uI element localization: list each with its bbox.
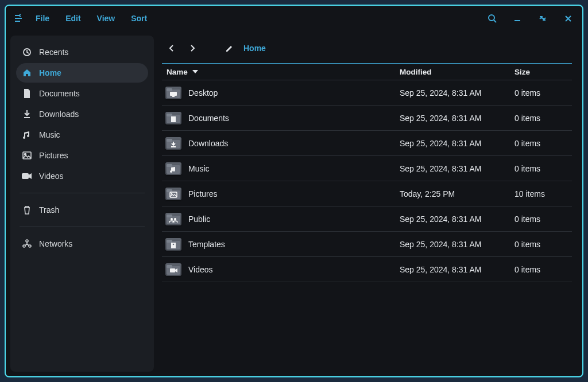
edit-path-button[interactable] [223,42,235,54]
svg-rect-32 [167,265,172,268]
sidebar-item-label: Pictures [39,151,68,160]
sidebar: Recents Home Documents Downloads [10,36,154,372]
breadcrumb-location[interactable]: Home [243,44,266,53]
svg-point-0 [489,15,494,21]
folder-documents-icon [165,112,181,124]
sidebar-item-pictures[interactable]: Pictures [16,146,148,165]
sidebar-item-downloads[interactable]: Downloads [16,104,148,124]
file-modified: Sep 25, 2024, 8:31 AM [400,164,514,173]
column-header-size[interactable]: Size [514,68,572,76]
close-icon[interactable] [560,11,575,26]
folder-downloads-icon [165,137,181,150]
sidebar-item-label: Recents [39,48,68,57]
titlebar: File Edit View Sort [6,6,582,31]
svg-point-25 [171,218,173,220]
file-name: Music [188,164,210,173]
pathbar: Home [162,38,572,59]
file-row[interactable]: MusicSep 25, 2024, 8:31 AM0 items [162,156,572,181]
sidebar-item-networks[interactable]: Networks [16,234,148,254]
svg-point-5 [26,240,28,242]
minimize-icon[interactable] [510,11,525,26]
file-name: Videos [188,265,213,274]
sidebar-item-label: Trash [39,205,59,215]
download-icon [22,109,32,119]
sidebar-item-home[interactable]: Home [16,63,148,83]
maximize-icon[interactable] [535,11,550,26]
file-row[interactable]: DownloadsSep 25, 2024, 8:31 AM0 items [162,131,572,156]
column-label: Name [167,68,188,76]
folder-templates-icon [165,238,181,251]
file-modified: Sep 25, 2024, 8:31 AM [400,114,514,123]
hamburger-icon[interactable] [13,13,24,24]
sidebar-item-label: Music [39,130,60,139]
sidebar-item-label: Home [39,68,61,77]
folder-pictures-icon [165,188,181,200]
file-size: 0 items [514,265,572,274]
svg-rect-28 [167,240,172,243]
column-header-modified[interactable]: Modified [400,68,514,76]
menu-edit[interactable]: Edit [65,14,80,23]
sidebar-divider [20,227,145,227]
network-icon [22,239,32,249]
sidebar-item-documents[interactable]: Documents [16,84,148,103]
file-row[interactable]: DesktopSep 25, 2024, 8:31 AM0 items [162,80,572,106]
sidebar-item-music[interactable]: Music [16,125,148,145]
svg-rect-10 [170,92,177,96]
main-panel: Home Name Modified Size DesktopSep 25, 2… [158,31,582,376]
file-row[interactable]: VideosSep 25, 2024, 8:31 AM0 items [162,257,572,282]
file-list: Name Modified Size DesktopSep 25, 2024, … [162,63,572,282]
svg-rect-29 [171,243,176,248]
svg-rect-24 [167,215,172,217]
file-row[interactable]: TemplatesSep 25, 2024, 8:31 AM0 items [162,232,572,257]
file-manager-window: File Edit View Sort Recents [5,5,583,377]
file-row[interactable]: PublicSep 25, 2024, 8:31 AM0 items [162,206,572,232]
sidebar-divider [20,193,145,193]
file-size: 0 items [514,240,572,249]
file-size: 0 items [514,139,572,148]
svg-rect-14 [171,116,176,122]
column-header-name[interactable]: Name [162,68,400,76]
folder-public-icon [165,213,181,225]
svg-rect-33 [170,268,175,272]
file-name: Public [188,215,210,224]
svg-rect-20 [167,189,172,192]
sidebar-item-trash[interactable]: Trash [16,200,148,220]
nav-forward-button[interactable] [186,42,199,54]
sidebar-item-videos[interactable]: Videos [16,166,148,186]
menu-view[interactable]: View [97,14,115,23]
svg-rect-11 [172,96,175,97]
video-icon [22,171,32,181]
search-icon[interactable] [485,11,500,26]
file-modified: Sep 25, 2024, 8:31 AM [400,139,514,148]
file-name: Pictures [188,189,218,198]
file-size: 10 items [514,189,572,198]
folder-music-icon [165,162,181,175]
nav-back-button[interactable] [165,42,178,54]
svg-rect-4 [22,173,29,179]
column-headers: Name Modified Size [162,63,572,80]
clock-icon [22,47,32,57]
file-size: 0 items [514,114,572,123]
file-row[interactable]: DocumentsSep 25, 2024, 8:31 AM0 items [162,106,572,131]
menu-sort[interactable]: Sort [131,14,147,23]
svg-rect-13 [167,114,172,116]
sidebar-item-label: Documents [39,89,80,98]
file-modified: Sep 25, 2024, 8:31 AM [400,240,514,249]
file-size: 0 items [514,88,572,98]
caret-down-icon [192,69,198,74]
file-modified: Sep 25, 2024, 8:31 AM [400,265,514,274]
folder-videos-icon [165,263,181,276]
home-icon [22,68,32,78]
sidebar-item-recents[interactable]: Recents [16,42,148,62]
svg-point-30 [173,243,175,245]
sidebar-item-label: Downloads [39,110,79,119]
menu-file[interactable]: File [36,14,49,23]
folder-desktop-icon [165,87,181,99]
sidebar-item-label: Videos [39,171,64,181]
sidebar-item-label: Networks [39,239,72,248]
svg-rect-16 [167,139,172,142]
svg-rect-9 [167,88,172,91]
file-row[interactable]: PicturesToday, 2:25 PM10 items [162,181,572,206]
document-icon [22,88,32,99]
file-name: Documents [188,114,229,123]
